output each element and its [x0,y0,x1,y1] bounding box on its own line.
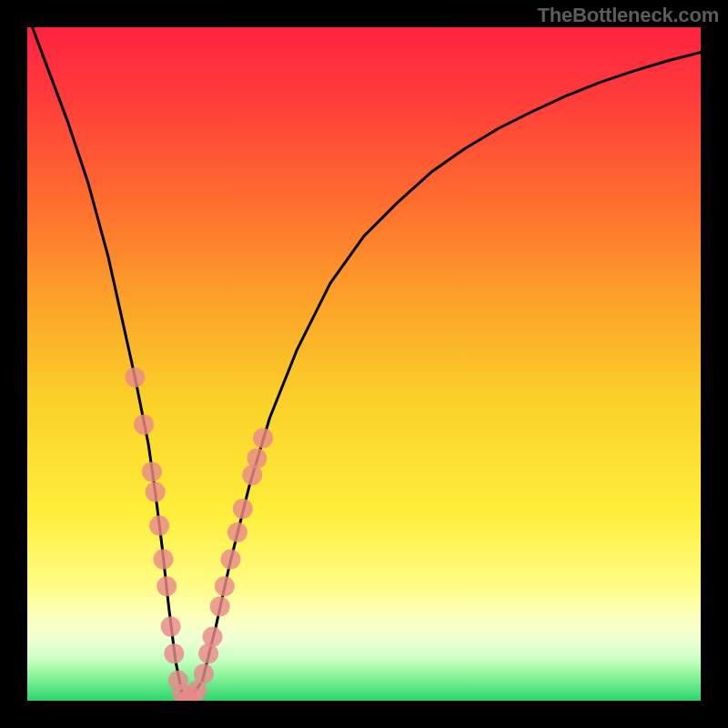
curve-marker [210,596,230,616]
curve-marker [146,482,166,502]
curve-marker [125,368,145,388]
curve-layer [27,27,701,701]
curve-marker [149,516,169,536]
bottleneck-curve [27,27,701,701]
curve-marker [233,499,253,519]
curve-marker [215,576,235,596]
curve-marker [134,415,154,435]
curve-marker [220,550,240,570]
curve-marker [157,576,177,596]
marker-group [125,368,273,701]
curve-marker [153,550,173,570]
curve-marker [198,643,218,663]
curve-marker [242,465,262,485]
curve-marker [161,617,181,637]
plot-area [27,27,701,701]
curve-marker [164,643,184,663]
attribution-watermark: TheBottleneck.com [537,4,719,27]
chart-frame: TheBottleneck.com [0,0,728,728]
curve-marker [194,663,214,683]
curve-marker [228,522,248,542]
curve-marker [142,461,162,481]
curve-marker [253,428,273,448]
curve-marker [203,627,223,647]
curve-marker [247,449,267,469]
